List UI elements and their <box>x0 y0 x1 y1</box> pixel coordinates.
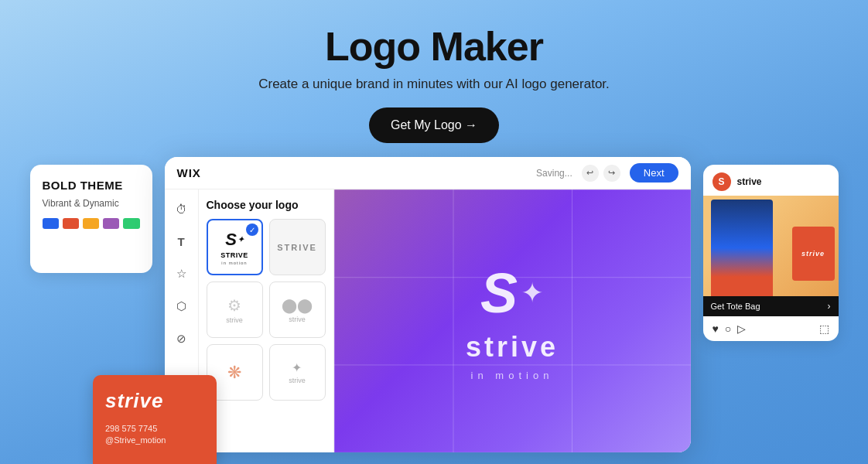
logo-chooser-panel: Choose your logo S✦ strive in motion STR… <box>199 189 334 452</box>
get-logo-button[interactable]: Get My Logo → <box>369 107 499 143</box>
undo-redo-controls: ↩ ↪ <box>582 165 620 182</box>
bold-theme-card: BOLD THEME Vibrant & Dynamic <box>30 165 152 273</box>
canvas-tagline: in motion <box>471 370 554 381</box>
canvas-s-container: S ✦ <box>480 261 544 325</box>
insta-get-tote-label: Get Tote Bag <box>711 302 760 311</box>
insta-get-tote-bar[interactable]: Get Tote Bag › <box>703 296 839 316</box>
insta-share-icon[interactable]: ▷ <box>737 322 746 335</box>
next-button[interactable]: Next <box>630 163 678 183</box>
insta-person-figure <box>711 200 773 296</box>
swatch-green[interactable] <box>123 218 139 229</box>
undo-button[interactable]: ↩ <box>582 165 599 182</box>
canvas-s-letter: S <box>480 261 518 325</box>
logo-grid: S✦ strive in motion STRIVE ⚙ strive <box>207 219 326 401</box>
bold-theme-label: BOLD THEME <box>43 179 140 192</box>
page-title: Logo Maker <box>0 25 868 69</box>
biz-phone: 298 575 7745 <box>105 424 204 433</box>
sidebar-icon-text[interactable]: T <box>171 231 191 251</box>
insta-bookmark-icon[interactable]: ⬚ <box>819 322 829 335</box>
swatch-red[interactable] <box>63 218 79 229</box>
business-card: strive 298 575 7745 @Strive_motion <box>93 375 217 464</box>
canvas-brand-name: strive <box>466 331 559 363</box>
editor-brand: WIX <box>177 166 201 179</box>
biz-handle: @Strive_motion <box>105 435 204 445</box>
hero-subtitle: Create a unique brand in minutes with ou… <box>0 77 868 92</box>
canvas-sparkle-icon: ✦ <box>521 277 544 309</box>
swatch-blue[interactable] <box>43 218 59 229</box>
insta-tote-text: strive <box>801 250 825 258</box>
insta-comment-icon[interactable]: ○ <box>725 322 731 335</box>
editor-canvas[interactable]: S ✦ strive in motion <box>334 189 691 452</box>
editor-topbar-right: Saving... ↩ ↪ Next <box>536 163 678 183</box>
insta-username: strive <box>737 176 762 187</box>
logo-option-3[interactable]: ⚙ strive <box>207 281 263 338</box>
insta-heart-icon[interactable]: ♥ <box>713 322 719 335</box>
swatch-purple[interactable] <box>103 218 119 229</box>
bold-theme-sub: Vibrant & Dynamic <box>43 198 140 209</box>
swatch-orange[interactable] <box>83 218 99 229</box>
insta-arrow-icon: › <box>828 301 831 312</box>
sidebar-icon-slash[interactable]: ⊘ <box>171 329 191 349</box>
insta-photo: strive <box>703 196 839 296</box>
insta-actions-bar: ♥ ○ ▷ ⬚ <box>703 316 839 341</box>
logo-option-6[interactable]: ✦ strive <box>269 344 326 401</box>
sidebar-icon-star[interactable]: ☆ <box>171 264 191 284</box>
biz-brand-name: strive <box>105 389 204 413</box>
sidebar-icon-clock[interactable]: ⏱ <box>171 199 191 219</box>
sidebar-icon-shape[interactable]: ⬡ <box>171 296 191 316</box>
insta-avatar-letter: S <box>718 176 724 187</box>
redo-button[interactable]: ↪ <box>603 165 620 182</box>
editor-body: ⏱ T ☆ ⬡ ⊘ Choose your logo S✦ strive in … <box>165 189 691 452</box>
insta-avatar: S <box>713 172 731 191</box>
instagram-card: S strive strive Get Tote Bag › ♥ ○ ▷ ⬚ <box>703 165 839 341</box>
insta-tote-bag: strive <box>792 227 835 281</box>
editor-window: WIX Saving... ↩ ↪ Next ⏱ T ☆ ⬡ ⊘ <box>165 157 691 452</box>
hero-section: Logo Maker Create a unique brand in minu… <box>0 0 868 143</box>
color-swatches <box>43 218 140 229</box>
canvas-logo: S ✦ strive in motion <box>466 261 559 381</box>
choose-logo-title: Choose your logo <box>207 199 326 211</box>
saving-status: Saving... <box>536 168 572 179</box>
logo-option-2[interactable]: STRIVE <box>269 219 326 275</box>
logo-option-1[interactable]: S✦ strive in motion <box>207 219 263 275</box>
editor-topbar: WIX Saving... ↩ ↪ Next <box>165 157 691 189</box>
insta-header: S strive <box>703 165 839 196</box>
insta-icons-left: ♥ ○ ▷ <box>713 322 747 335</box>
logo-option-4[interactable]: ⬤⬤ strive <box>269 281 326 338</box>
